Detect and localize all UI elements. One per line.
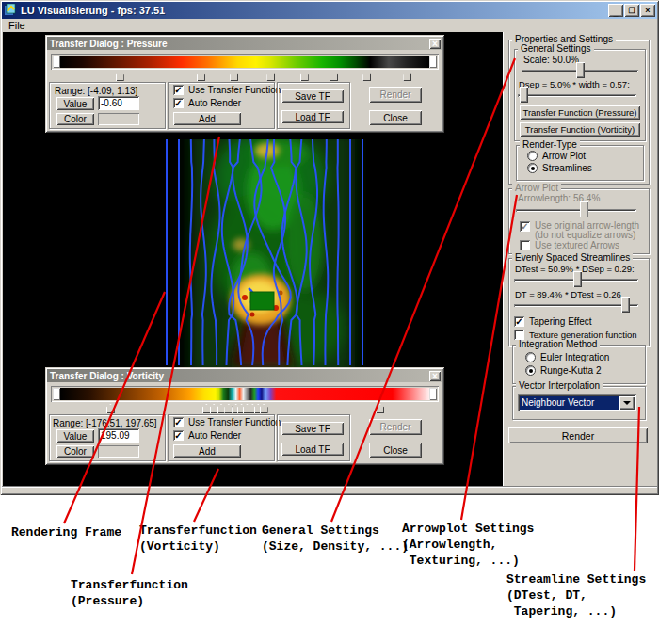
transfer-function-pressure-button[interactable]: Transfer Function (Pressure) (520, 105, 640, 120)
pressure-color-button[interactable]: Color (56, 113, 94, 125)
menu-bar: File (2, 19, 657, 32)
render-client-area: Transfer Dialog : Pressure × Range: [-4.… (3, 32, 656, 487)
vorticity-value-input[interactable]: 195.09 (98, 428, 139, 443)
vorticity-close-button[interactable]: Close (369, 443, 422, 458)
pressure-gradient-handles (60, 72, 429, 81)
tapering-effect-checkbox[interactable]: ✓Tapering Effect (514, 316, 592, 327)
gradient-handle[interactable] (224, 404, 233, 413)
euler-integration-radio[interactable]: Euler Integration (525, 352, 609, 362)
gradient-handle[interactable] (230, 72, 238, 81)
scale-slider[interactable] (522, 62, 638, 78)
pressure-dialog-title: Transfer Dialog : Pressure (50, 39, 429, 49)
gradient-left-cap (53, 56, 60, 68)
annotation-arrowplot-settings: Arrowplot Settings(Arrowlength, Texturin… (402, 521, 534, 569)
gradient-handle[interactable] (116, 72, 124, 81)
transfer-function-vorticity-button[interactable]: Transfer Function (Vorticity) (520, 122, 640, 137)
vorticity-save-tf-button[interactable]: Save TF (281, 422, 344, 435)
use-original-arrow-length-checkbox: ✓ Use original arrow-length(do not equal… (520, 221, 639, 240)
obstacle (250, 292, 274, 310)
dsep-slider[interactable] (518, 87, 636, 103)
dtest-slider[interactable] (514, 271, 638, 287)
vorticity-dialog-titlebar[interactable]: Transfer Dialog : Vorticity × (47, 369, 442, 382)
vorticity-range-label: Range: [-176.51, 197.65] (53, 418, 157, 428)
vorticity-gradient-fill (60, 388, 429, 400)
window-title: LU Visualisierung - fps: 37.51 (21, 5, 607, 16)
settings-panel: Properties and Settings General Settings… (503, 32, 656, 487)
pressure-close-button[interactable]: Close (369, 110, 422, 125)
annotation-rendering-frame: Rendering Frame (11, 524, 121, 540)
gradient-handle[interactable] (403, 72, 411, 81)
vector-interpolation-dropdown[interactable]: Neighbour Vector (518, 394, 636, 411)
streamlines-radio[interactable]: Streamlines (527, 163, 592, 173)
streamlines-group-label: Evenly Spaced Streamlines (512, 253, 633, 263)
vorticity-color-swatch (98, 445, 139, 458)
transfer-dialog-pressure: Transfer Dialog : Pressure × Range: [-4.… (45, 35, 444, 133)
dt-slider[interactable] (514, 297, 638, 313)
gradient-handle[interactable] (266, 72, 275, 81)
vorticity-color-button[interactable]: Color (56, 445, 94, 458)
flow-visualization (162, 139, 369, 367)
gradient-handle[interactable] (106, 404, 115, 413)
chevron-down-icon[interactable] (619, 396, 635, 410)
pressure-add-button[interactable]: Add (173, 112, 241, 125)
vorticity-use-tf-checkbox[interactable]: ✓Use Transfer Function (173, 417, 281, 427)
pressure-save-tf-button[interactable]: Save TF (281, 89, 344, 103)
vorticity-value-button[interactable]: Value (56, 429, 94, 443)
gradient-handle[interactable] (210, 404, 218, 413)
pressure-dialog-titlebar[interactable]: Transfer Dialog : Pressure × (47, 37, 442, 50)
screenshot-root: LU Visualisierung - fps: 37.51 _ ❐ × Fil… (0, 0, 659, 644)
pressure-auto-render-checkbox[interactable]: ✓Auto Render (173, 98, 241, 108)
close-button[interactable]: × (640, 4, 655, 17)
gradient-right-cap (429, 388, 437, 400)
pressure-load-tf-button[interactable]: Load TF (281, 110, 344, 123)
arrow-plot-group-label: Arrow Plot (512, 184, 561, 193)
vector-interpolation-label: Vector Interpolation (516, 381, 603, 391)
vorticity-dialog-title: Transfer Dialog : Vorticity (50, 371, 429, 381)
gradient-handle[interactable] (330, 72, 338, 81)
annotation-tf-pressure: Transferfunction(Pressure) (71, 577, 188, 609)
minimize-button[interactable]: _ (608, 4, 623, 17)
pressure-range-label: Range: [-4.09, 1.13] (55, 86, 137, 96)
pressure-close-icon[interactable]: × (429, 39, 441, 49)
restore-button[interactable]: ❐ (624, 4, 639, 17)
vorticity-auto-render-checkbox[interactable]: ✓Auto Render (173, 430, 241, 441)
transfer-dialog-vorticity: Transfer Dialog : Vorticity × Range: [-1… (45, 367, 444, 465)
gradient-handle[interactable] (376, 404, 384, 413)
title-bar: LU Visualisierung - fps: 37.51 _ ❐ × (2, 2, 657, 19)
pressure-color-swatch (98, 113, 139, 125)
pressure-value-button[interactable]: Value (56, 97, 94, 110)
gradient-handle[interactable] (260, 404, 268, 413)
render-type-label: Render-Type (520, 140, 580, 150)
streamline (337, 139, 338, 365)
vorticity-close-icon[interactable]: × (429, 371, 441, 381)
arrow-plot-radio[interactable]: Arrow Plot (527, 151, 586, 161)
gradient-right-cap (429, 56, 437, 68)
pressure-use-tf-checkbox[interactable]: ✓Use Transfer Function (173, 85, 281, 95)
general-settings-label: General Settings (518, 44, 594, 54)
status-bar (2, 486, 657, 493)
gradient-handle[interactable] (197, 72, 205, 81)
gradient-handle[interactable] (217, 404, 226, 413)
pressure-gradient-fill (60, 56, 429, 68)
annotation-general-settings: General Settings(Size, Density, ...) (262, 523, 409, 555)
vorticity-load-tf-button[interactable]: Load TF (281, 443, 344, 456)
panel-render-button[interactable]: Render (508, 427, 648, 443)
annotation-tf-vorticity: Transferfunction(Vorticity) (139, 523, 257, 555)
pressure-value-input[interactable]: -0.60 (98, 96, 139, 110)
vorticity-gradient-handles (60, 404, 429, 413)
runge-kutta-radio[interactable]: Runge-Kutta 2 (525, 365, 602, 376)
gradient-handle[interactable] (300, 72, 309, 81)
vorticity-gradient-bar[interactable] (51, 386, 439, 402)
vorticity-render-button: Render (369, 419, 422, 435)
integration-method-group (512, 345, 646, 384)
gradient-handle[interactable] (202, 404, 211, 413)
gradient-left-cap (53, 388, 60, 400)
use-textured-arrows-checkbox: Use textured Arrows (520, 240, 619, 250)
pressure-gradient-bar[interactable] (51, 54, 439, 70)
gradient-handle[interactable] (362, 72, 371, 81)
menu-file[interactable]: File (2, 20, 32, 31)
annotation-streamline-settings: Streamline Settings(DTest, DT, Tapering,… (506, 572, 646, 620)
arrowlength-slider (516, 201, 636, 217)
pressure-render-button: Render (369, 87, 422, 103)
vorticity-add-button[interactable]: Add (173, 444, 241, 458)
